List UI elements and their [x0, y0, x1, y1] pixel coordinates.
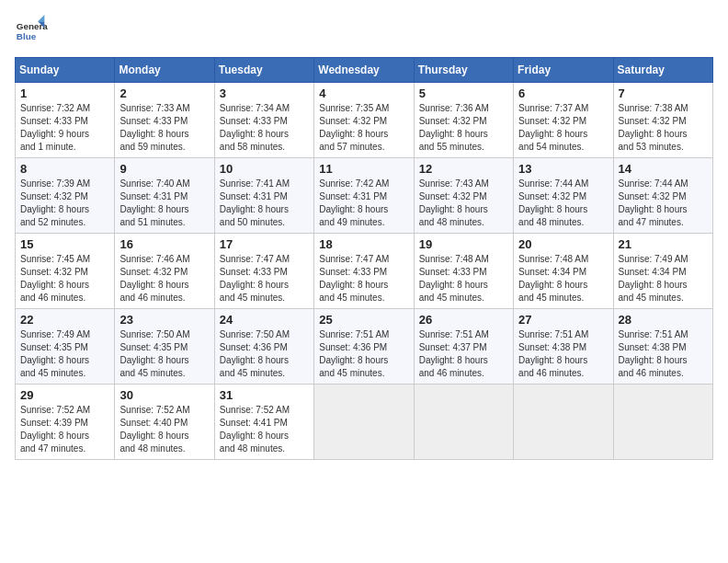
calendar-day-cell: 23Sunrise: 7:50 AM Sunset: 4:35 PM Dayli…	[115, 309, 214, 385]
day-info: Sunrise: 7:49 AM Sunset: 4:34 PM Dayligh…	[619, 253, 708, 304]
calendar-day-cell: 26Sunrise: 7:51 AM Sunset: 4:37 PM Dayli…	[414, 309, 513, 385]
day-number: 19	[419, 237, 508, 251]
calendar-day-cell: 25Sunrise: 7:51 AM Sunset: 4:36 PM Dayli…	[314, 309, 414, 385]
calendar-day-cell: 30Sunrise: 7:52 AM Sunset: 4:40 PM Dayli…	[115, 385, 214, 460]
day-number: 21	[619, 237, 708, 251]
day-number: 10	[220, 162, 309, 176]
calendar-week-row: 8Sunrise: 7:39 AM Sunset: 4:32 PM Daylig…	[16, 158, 713, 234]
calendar-day-cell: 3Sunrise: 7:34 AM Sunset: 4:33 PM Daylig…	[214, 83, 313, 158]
weekday-header-sunday: Sunday	[16, 58, 115, 83]
calendar-body: 1Sunrise: 7:32 AM Sunset: 4:33 PM Daylig…	[16, 83, 713, 460]
day-number: 30	[119, 388, 209, 402]
day-info: Sunrise: 7:46 AM Sunset: 4:32 PM Dayligh…	[119, 253, 209, 304]
calendar-day-cell: 17Sunrise: 7:47 AM Sunset: 4:33 PM Dayli…	[214, 234, 313, 309]
day-info: Sunrise: 7:34 AM Sunset: 4:33 PM Dayligh…	[220, 102, 309, 154]
day-info: Sunrise: 7:37 AM Sunset: 4:32 PM Dayligh…	[518, 102, 608, 154]
svg-marker-3	[38, 15, 44, 21]
weekday-header-tuesday: Tuesday	[214, 58, 313, 83]
day-info: Sunrise: 7:49 AM Sunset: 4:35 PM Dayligh…	[20, 328, 109, 380]
calendar-day-cell: 5Sunrise: 7:36 AM Sunset: 4:32 PM Daylig…	[414, 83, 513, 158]
day-number: 2	[119, 86, 209, 100]
weekday-header-row: SundayMondayTuesdayWednesdayThursdayFrid…	[16, 58, 713, 83]
day-info: Sunrise: 7:39 AM Sunset: 4:32 PM Dayligh…	[20, 178, 109, 229]
calendar-day-cell: 10Sunrise: 7:41 AM Sunset: 4:31 PM Dayli…	[214, 158, 313, 234]
calendar-day-cell: 21Sunrise: 7:49 AM Sunset: 4:34 PM Dayli…	[613, 234, 712, 309]
day-number: 1	[20, 86, 109, 100]
day-info: Sunrise: 7:47 AM Sunset: 4:33 PM Dayligh…	[319, 253, 408, 304]
calendar-day-cell	[514, 385, 613, 460]
svg-text:Blue: Blue	[17, 31, 37, 41]
logo: General Blue	[15, 15, 48, 48]
day-number: 31	[220, 388, 309, 402]
day-info: Sunrise: 7:50 AM Sunset: 4:36 PM Dayligh…	[220, 328, 309, 380]
calendar-day-cell: 14Sunrise: 7:44 AM Sunset: 4:32 PM Dayli…	[613, 158, 712, 234]
day-number: 23	[119, 313, 209, 327]
calendar-day-cell	[613, 385, 712, 460]
calendar-day-cell: 13Sunrise: 7:44 AM Sunset: 4:32 PM Dayli…	[514, 158, 613, 234]
calendar-week-row: 22Sunrise: 7:49 AM Sunset: 4:35 PM Dayli…	[16, 309, 713, 385]
calendar-day-cell: 20Sunrise: 7:48 AM Sunset: 4:34 PM Dayli…	[514, 234, 613, 309]
calendar-header: SundayMondayTuesdayWednesdayThursdayFrid…	[16, 58, 713, 83]
day-info: Sunrise: 7:41 AM Sunset: 4:31 PM Dayligh…	[220, 178, 309, 229]
calendar-day-cell: 2Sunrise: 7:33 AM Sunset: 4:33 PM Daylig…	[115, 83, 214, 158]
day-number: 13	[518, 162, 608, 176]
day-number: 15	[20, 237, 109, 251]
day-info: Sunrise: 7:32 AM Sunset: 4:33 PM Dayligh…	[20, 102, 109, 154]
day-info: Sunrise: 7:38 AM Sunset: 4:32 PM Dayligh…	[619, 102, 708, 154]
day-number: 6	[518, 86, 608, 100]
day-info: Sunrise: 7:45 AM Sunset: 4:32 PM Dayligh…	[20, 253, 109, 304]
day-number: 29	[20, 388, 109, 402]
day-info: Sunrise: 7:47 AM Sunset: 4:33 PM Dayligh…	[220, 253, 309, 304]
day-number: 12	[419, 162, 508, 176]
day-info: Sunrise: 7:40 AM Sunset: 4:31 PM Dayligh…	[119, 178, 209, 229]
day-number: 22	[20, 313, 109, 327]
calendar-day-cell: 4Sunrise: 7:35 AM Sunset: 4:32 PM Daylig…	[314, 83, 414, 158]
calendar-day-cell: 31Sunrise: 7:52 AM Sunset: 4:41 PM Dayli…	[214, 385, 313, 460]
day-info: Sunrise: 7:52 AM Sunset: 4:41 PM Dayligh…	[220, 404, 309, 455]
day-info: Sunrise: 7:44 AM Sunset: 4:32 PM Dayligh…	[619, 178, 708, 229]
day-info: Sunrise: 7:42 AM Sunset: 4:31 PM Dayligh…	[319, 178, 408, 229]
calendar-day-cell: 8Sunrise: 7:39 AM Sunset: 4:32 PM Daylig…	[16, 158, 115, 234]
day-number: 27	[518, 313, 608, 327]
calendar-day-cell: 19Sunrise: 7:48 AM Sunset: 4:33 PM Dayli…	[414, 234, 513, 309]
calendar-day-cell: 6Sunrise: 7:37 AM Sunset: 4:32 PM Daylig…	[514, 83, 613, 158]
day-info: Sunrise: 7:52 AM Sunset: 4:40 PM Dayligh…	[119, 404, 209, 455]
weekday-header-thursday: Thursday	[414, 58, 513, 83]
day-number: 8	[20, 162, 109, 176]
calendar-day-cell: 22Sunrise: 7:49 AM Sunset: 4:35 PM Dayli…	[16, 309, 115, 385]
day-number: 11	[319, 162, 408, 176]
day-info: Sunrise: 7:35 AM Sunset: 4:32 PM Dayligh…	[319, 102, 408, 154]
day-info: Sunrise: 7:51 AM Sunset: 4:36 PM Dayligh…	[319, 328, 408, 380]
page-header: General Blue	[15, 15, 713, 48]
calendar-day-cell: 16Sunrise: 7:46 AM Sunset: 4:32 PM Dayli…	[115, 234, 214, 309]
calendar-day-cell: 7Sunrise: 7:38 AM Sunset: 4:32 PM Daylig…	[613, 83, 712, 158]
calendar-day-cell: 12Sunrise: 7:43 AM Sunset: 4:32 PM Dayli…	[414, 158, 513, 234]
weekday-header-wednesday: Wednesday	[314, 58, 414, 83]
weekday-header-friday: Friday	[514, 58, 613, 83]
calendar-day-cell: 24Sunrise: 7:50 AM Sunset: 4:36 PM Dayli…	[214, 309, 313, 385]
calendar-day-cell	[314, 385, 414, 460]
day-number: 18	[319, 237, 408, 251]
day-number: 14	[619, 162, 708, 176]
day-number: 9	[119, 162, 209, 176]
calendar-table: SundayMondayTuesdayWednesdayThursdayFrid…	[15, 57, 713, 460]
day-number: 25	[319, 313, 408, 327]
day-info: Sunrise: 7:44 AM Sunset: 4:32 PM Dayligh…	[518, 178, 608, 229]
calendar-day-cell: 9Sunrise: 7:40 AM Sunset: 4:31 PM Daylig…	[115, 158, 214, 234]
day-number: 3	[220, 86, 309, 100]
calendar-day-cell: 15Sunrise: 7:45 AM Sunset: 4:32 PM Dayli…	[16, 234, 115, 309]
day-info: Sunrise: 7:50 AM Sunset: 4:35 PM Dayligh…	[119, 328, 209, 380]
day-info: Sunrise: 7:51 AM Sunset: 4:38 PM Dayligh…	[619, 328, 708, 380]
weekday-header-monday: Monday	[115, 58, 214, 83]
calendar-day-cell: 29Sunrise: 7:52 AM Sunset: 4:39 PM Dayli…	[16, 385, 115, 460]
day-info: Sunrise: 7:51 AM Sunset: 4:37 PM Dayligh…	[419, 328, 508, 380]
day-number: 4	[319, 86, 408, 100]
day-number: 5	[419, 86, 508, 100]
day-number: 7	[619, 86, 708, 100]
calendar-day-cell: 11Sunrise: 7:42 AM Sunset: 4:31 PM Dayli…	[314, 158, 414, 234]
day-number: 16	[119, 237, 209, 251]
calendar-day-cell: 27Sunrise: 7:51 AM Sunset: 4:38 PM Dayli…	[514, 309, 613, 385]
day-info: Sunrise: 7:36 AM Sunset: 4:32 PM Dayligh…	[419, 102, 508, 154]
day-info: Sunrise: 7:33 AM Sunset: 4:33 PM Dayligh…	[119, 102, 209, 154]
calendar-week-row: 1Sunrise: 7:32 AM Sunset: 4:33 PM Daylig…	[16, 83, 713, 158]
